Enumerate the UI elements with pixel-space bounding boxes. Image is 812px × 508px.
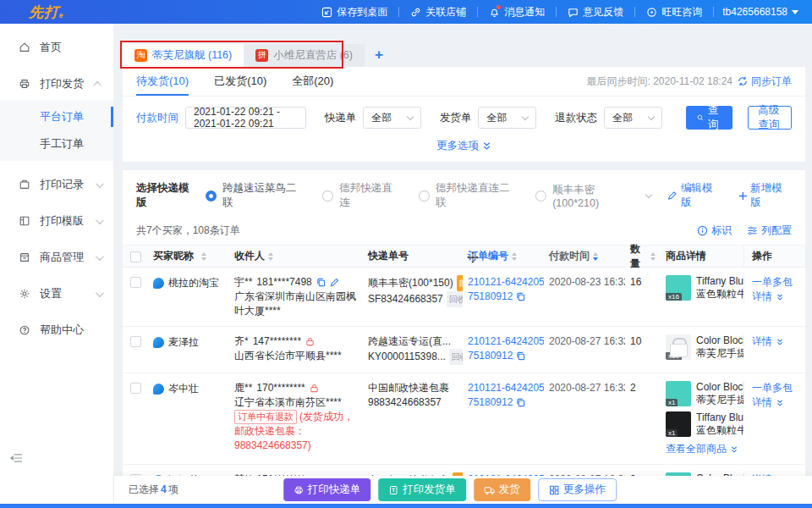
recycle-badge[interactable]: 回收 bbox=[449, 349, 463, 365]
sidebar-item-platform-orders[interactable]: 平台订单 bbox=[0, 103, 113, 130]
more-options-toggle[interactable]: 更多选项 bbox=[123, 137, 805, 162]
courier-select[interactable]: 全部 bbox=[363, 107, 421, 129]
detail-link[interactable]: 详情 bbox=[752, 334, 798, 349]
copy-icon[interactable] bbox=[516, 351, 525, 361]
ship-doc-select[interactable]: 全部 bbox=[478, 107, 536, 129]
detail-link[interactable]: 详情 bbox=[752, 290, 798, 304]
shop-tab-xiaoweini[interactable]: 拼 小维尼直营店 (6) bbox=[244, 44, 365, 67]
sidebar-item-print-templates[interactable]: 打印模版 bbox=[0, 208, 113, 234]
wangwang-consult-button[interactable]: 旺旺咨询 bbox=[635, 0, 713, 24]
order-number-line: 75180912 bbox=[468, 349, 539, 363]
order-number[interactable]: 75180912 bbox=[468, 395, 513, 410]
multi-package-link[interactable]: 一单多包 bbox=[752, 275, 798, 290]
feedback-label: 意见反馈 bbox=[583, 5, 623, 19]
sort-icon[interactable] bbox=[268, 252, 273, 261]
view-all-products-link[interactable]: 查看全部商品 bbox=[666, 442, 738, 456]
detail-link[interactable]: 详情 bbox=[752, 395, 798, 410]
sidebar-item-settings[interactable]: 设置 bbox=[0, 281, 113, 306]
copy-icon[interactable] bbox=[516, 292, 525, 301]
selected-prefix: 已选择 bbox=[129, 483, 159, 495]
lock-icon[interactable] bbox=[305, 337, 315, 346]
radio-icon[interactable] bbox=[535, 190, 546, 202]
select-all-checkbox[interactable] bbox=[130, 251, 141, 262]
row-checkbox[interactable] bbox=[130, 336, 141, 347]
column-config-button[interactable]: 列配置 bbox=[747, 224, 792, 238]
account-menu[interactable]: tb4265668158 bbox=[714, 6, 812, 18]
chevron-down-icon[interactable] bbox=[645, 190, 652, 197]
copy-icon[interactable] bbox=[316, 278, 326, 287]
multi-package-link[interactable]: 一单多包 bbox=[752, 381, 798, 395]
sidebar-item-manual-orders[interactable]: 手工订单 bbox=[0, 130, 113, 157]
sort-icon[interactable] bbox=[512, 252, 517, 261]
order-number[interactable]: 210121-6424205 bbox=[468, 334, 544, 349]
header-tracking-number[interactable]: 快递单号 bbox=[363, 249, 463, 263]
sidebar-item-home[interactable]: 首页 bbox=[0, 35, 113, 60]
notifications-button[interactable]: 消息通知 bbox=[478, 0, 556, 24]
double-chevron-down-icon[interactable] bbox=[730, 445, 738, 454]
orders-summary-row: 共7个买家，108条订单 标识 列配置 bbox=[123, 218, 805, 245]
order-number[interactable]: 210121-6424205 bbox=[468, 381, 544, 395]
mark-button[interactable]: 标识 bbox=[697, 224, 732, 238]
sidebar-item-help-center[interactable]: 帮助中心 bbox=[0, 318, 113, 343]
tab-shipped[interactable]: 已发货(10) bbox=[214, 67, 266, 96]
more-actions-button[interactable]: 更多操作 bbox=[538, 478, 617, 501]
template-option-debang[interactable]: 德邦快递直连 bbox=[339, 181, 401, 210]
buyer-nickname[interactable]: 麦泽拉 bbox=[168, 335, 199, 350]
save-to-desktop-button[interactable]: 保存到桌面 bbox=[310, 0, 398, 24]
sidebar-item-product-management[interactable]: 商品管理 bbox=[0, 245, 113, 270]
header-pay-time[interactable]: 付款时间 bbox=[544, 249, 625, 263]
sort-icon[interactable] bbox=[593, 252, 598, 261]
advanced-query-button[interactable]: 高级查询 bbox=[748, 106, 792, 130]
tracking-cell: 跨越速运专运(直...KY0000115398...回收 bbox=[363, 334, 463, 365]
pay-time-filter-label[interactable]: 付款时间 bbox=[136, 111, 178, 125]
header-product-details[interactable]: 商品详情 bbox=[661, 249, 743, 263]
link-shops-button[interactable]: 关联店铺 bbox=[399, 0, 477, 24]
row-checkbox[interactable] bbox=[130, 383, 141, 394]
print-waybill-button[interactable]: 打印快递单 bbox=[283, 478, 371, 501]
header-actions[interactable]: 操作 bbox=[743, 245, 803, 268]
row-checkbox[interactable] bbox=[130, 277, 141, 288]
add-shop-button[interactable]: + bbox=[375, 47, 383, 64]
double-chevron-down-icon[interactable] bbox=[776, 399, 784, 407]
header-recipient[interactable]: 收件人 bbox=[229, 249, 363, 263]
ship-button[interactable]: 发货 bbox=[474, 478, 530, 501]
lock-icon[interactable] bbox=[310, 384, 319, 393]
template-option-debang2[interactable]: 德邦快递直连二联 bbox=[436, 181, 518, 210]
feedback-button[interactable]: 意见反馈 bbox=[557, 0, 634, 24]
sync-orders-button[interactable]: 同步订单 bbox=[738, 75, 792, 89]
double-chevron-down-icon[interactable] bbox=[776, 338, 784, 346]
header-buyer-nickname[interactable]: 买家昵称 bbox=[148, 249, 229, 263]
tab-all[interactable]: 全部(20) bbox=[292, 67, 333, 96]
edit-template-button[interactable]: 编辑模版 bbox=[667, 181, 721, 210]
double-chevron-down-icon[interactable] bbox=[776, 293, 784, 301]
radio-selected-icon[interactable] bbox=[206, 190, 217, 202]
action-label: 一单多包 bbox=[752, 381, 793, 395]
sort-icon[interactable] bbox=[201, 252, 206, 261]
order-number[interactable]: 75180912 bbox=[468, 290, 513, 304]
copy-icon[interactable] bbox=[516, 398, 525, 407]
print-shipping-list-button[interactable]: 打印发货单 bbox=[378, 478, 466, 501]
shop-tab-tiffany[interactable]: 淘 蒂芙尼旗舰 (116) bbox=[123, 44, 244, 67]
radio-icon[interactable] bbox=[322, 190, 333, 202]
add-template-button[interactable]: 新增模版 bbox=[738, 181, 792, 210]
collapse-sidebar-button[interactable] bbox=[10, 453, 23, 463]
sidebar-item-print-ship[interactable]: 打印发货 bbox=[0, 71, 113, 97]
recipient-phone: 181****7498 bbox=[256, 275, 311, 290]
pay-time-range-input[interactable]: 2021-01-22 09:21 - 2021-01-22 09:21 bbox=[185, 107, 306, 129]
buyer-nickname[interactable]: 岑中壮 bbox=[168, 382, 199, 396]
order-number[interactable]: 75180912 bbox=[468, 349, 513, 363]
header-quantity[interactable]: 数量 bbox=[625, 242, 661, 271]
template-option-shunfeng[interactable]: 顺丰丰密(100*210) bbox=[552, 183, 639, 209]
tab-pending-ship[interactable]: 待发货(10) bbox=[136, 67, 189, 96]
refund-status-select[interactable]: 全部 bbox=[604, 107, 662, 129]
product-name-line2: 蓝色颗粒牛 bbox=[696, 288, 743, 301]
sort-icon[interactable] bbox=[650, 252, 656, 261]
sidebar-item-print-records[interactable]: 打印记录 bbox=[0, 172, 113, 197]
template-option-kuayue[interactable]: 跨越速运菜鸟二联 bbox=[222, 181, 304, 210]
radio-icon[interactable] bbox=[419, 190, 430, 202]
order-number[interactable]: 210121-6424205 bbox=[468, 275, 544, 290]
edit-pencil-icon[interactable] bbox=[330, 278, 339, 287]
query-button[interactable]: 查询 bbox=[686, 106, 733, 130]
recycle-badge[interactable]: 回收 bbox=[447, 291, 463, 307]
buyer-nickname[interactable]: 桃拉的淘宝 bbox=[168, 276, 219, 290]
